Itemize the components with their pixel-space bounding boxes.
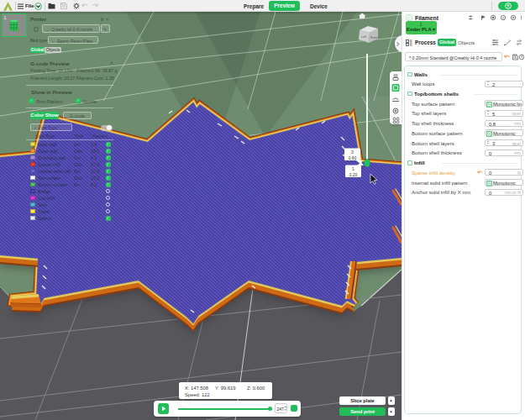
svg-text:Front: Front <box>370 36 377 39</box>
svg-text:Left: Left <box>361 35 366 39</box>
svg-text:3: 3 <box>351 150 354 155</box>
svg-text:0.20: 0.20 <box>349 172 358 177</box>
svg-text:1: 1 <box>352 166 354 171</box>
svg-text:0.60: 0.60 <box>349 155 357 160</box>
